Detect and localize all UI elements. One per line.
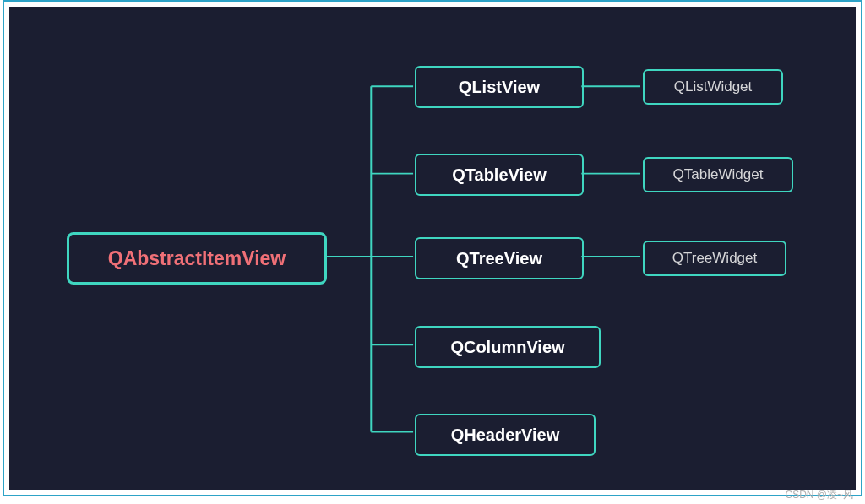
outer-frame: QAbstractItemView QListView QTableView Q… (3, 0, 862, 496)
node-label: QHeaderView (451, 425, 560, 445)
node-qcolumnview: QColumnView (415, 326, 601, 368)
node-qtableview: QTableView (415, 154, 584, 196)
watermark-corner: CSDN @凌~风 (785, 488, 853, 502)
node-label: QTableWidget (673, 166, 764, 183)
node-qheaderview: QHeaderView (415, 414, 596, 456)
node-qtreeview: QTreeView (415, 237, 584, 279)
node-qlistview: QListView (415, 66, 584, 108)
node-qlistwidget: QListWidget (643, 69, 783, 105)
diagram-canvas: QAbstractItemView QListView QTableView Q… (9, 7, 856, 490)
node-qtreewidget: QTreeWidget (643, 241, 786, 276)
node-label: QListView (459, 78, 540, 97)
node-label: QTreeWidget (672, 250, 757, 267)
node-label: QTreeView (456, 249, 542, 268)
node-label: QTableView (452, 165, 547, 185)
node-label: QAbstractItemView (108, 247, 286, 270)
node-label: QListWidget (674, 79, 753, 95)
node-qtablewidget: QTableWidget (643, 157, 793, 192)
node-root-abstract-item-view: QAbstractItemView (67, 232, 327, 285)
node-label: QColumnView (450, 338, 564, 357)
